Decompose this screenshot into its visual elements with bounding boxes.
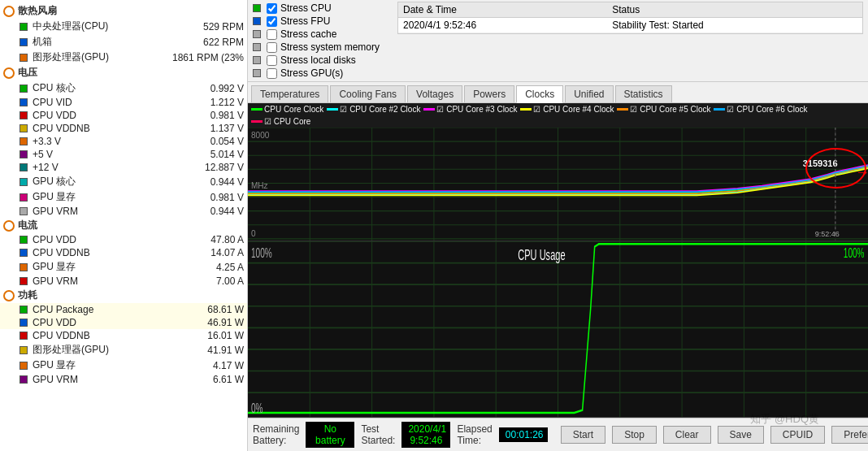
legend-color-core6 [714,108,725,111]
stress-memory-label: Stress system memory [280,41,380,53]
section-icon [3,6,15,17]
elapsed-label: Elapsed Time: [457,423,492,446]
sensor-cpu-vddnb: CPU VDDNB 1.137 V [0,122,247,135]
section-title-fans: 散热风扇 [18,4,57,18]
stress-gpu-row: Stress GPU(s) [253,67,391,80]
tab-statistics[interactable]: Statistics [615,85,672,102]
clear-button[interactable]: Clear [663,426,711,444]
sensor-gpu-w: 图形处理器(GPU) 41.91 W [0,342,247,358]
stress-disk-checkbox[interactable] [267,55,277,66]
stability-datetime: 2020/4/1 9:52:46 [398,18,607,33]
legend-label-core1: CPU Core Clock [264,105,323,114]
svg-text:9:52:46: 9:52:46 [815,229,840,237]
legend-label-core7: ☑ CPU Core [264,117,310,126]
stability-table: Date & Time Status 2020/4/1 9:52:46 Stab… [397,2,863,34]
legend-core7: ☑ CPU Core [251,117,310,126]
stress-gpu-checkbox[interactable] [267,68,277,79]
sensor-cpu-vddnb-a: CPU VDDNB 14.07 A [0,246,247,259]
cpuid-button[interactable]: CPUID [770,426,825,444]
save-button[interactable]: Save [718,426,764,444]
sensor-cpu-vdd-a: CPU VDD 47.80 A [0,233,247,246]
stress-memory-row: Stress system memory [253,41,391,54]
test-started-label: Test Started: [361,423,395,446]
stability-status: Stability Test: Started [607,18,862,33]
stress-cache-label: Stress cache [280,28,336,40]
svg-text:100%: 100% [251,245,272,260]
legend-core3: ☑ CPU Core #3 Clock [423,105,517,114]
stop-button[interactable]: Stop [612,426,657,444]
start-button[interactable]: Start [561,426,605,444]
stress-cache-row: Stress cache [253,28,391,41]
sensor-row-cpu-fan: 中央处理器(CPU) 529 RPM [0,19,247,34]
battery-label: Remaining Battery: [253,423,299,446]
elapsed-value: 00:01:26 [499,427,548,442]
tab-unified[interactable]: Unified [565,85,613,102]
stress-fpu-checkbox[interactable] [267,16,277,27]
left-panel: 散热风扇 中央处理器(CPU) 529 RPM 机箱 622 RPM 图形处理器… [0,0,248,451]
stress-gpu-label: Stress GPU(s) [280,67,343,79]
legend-core2: ☑ CPU Core #2 Clock [327,105,420,114]
usage-chart-svg: CPU Usage 100% 0% 100% [248,241,868,417]
legend-core1: CPU Core Clock [251,105,323,114]
stability-row: 2020/4/1 9:52:46 Stability Test: Started [398,18,862,33]
sensor-12v: +12 V 12.887 V [0,161,247,174]
sensor-gpu-mem-w: GPU 显存 4.17 W [0,358,247,373]
sensor-icon [18,23,29,31]
preferences-button[interactable]: Preferences [831,426,868,444]
tab-temperatures[interactable]: Temperatures [251,85,328,102]
usage-chart: CPU Usage 100% 0% 100% [248,241,868,418]
clock-chart-svg: 8000 MHz 0 9:52:46 3159316 [248,128,868,241]
charts-area: CPU Core Clock ☑ CPU Core #2 Clock ☑ CPU… [248,103,868,418]
svg-text:100%: 100% [844,245,865,260]
section-icon [3,67,15,79]
svg-text:CPU Usage: CPU Usage [518,246,565,263]
right-panel: Stress CPU Stress FPU Stress cache Stres… [248,0,868,451]
test-started-value: 2020/4/1 9:52:46 [401,422,450,448]
sensor-icon [18,54,29,62]
sensor-cpu-vdd-w: CPU VDD 46.91 W [0,316,247,329]
tab-cooling-fans[interactable]: Cooling Fans [330,85,406,102]
stability-col-status: Status [607,2,862,18]
svg-text:3159316: 3159316 [803,158,838,168]
legend-core6: ☑ CPU Core #6 Clock [714,105,807,114]
sensor-gpu-mem-v: GPU 显存 0.981 V [0,189,247,205]
legend-core4: ☑ CPU Core #4 Clock [520,105,614,114]
section-title-power: 功耗 [18,288,37,302]
sensor-icon [18,38,29,46]
section-current: 电流 [0,218,247,233]
sensor-cpu-vddnb-w: CPU VDDNB 16.01 W [0,329,247,342]
svg-text:0: 0 [251,228,256,237]
section-title-current: 电流 [18,219,37,232]
section-fans: 散热风扇 [0,3,247,19]
bottom-bar: Remaining Battery: No battery Test Start… [248,418,868,451]
legend-color-core3 [423,108,435,111]
sensor-gpu-core-v: GPU 核心 0.944 V [0,174,247,189]
tab-voltages[interactable]: Voltages [407,85,462,102]
stress-cpu-label: Stress CPU [280,2,332,14]
stress-cpu-row: Stress CPU [253,2,391,15]
stress-cpu-checkbox[interactable] [267,3,277,14]
svg-text:MHz: MHz [251,181,268,190]
stress-memory-checkbox[interactable] [267,42,277,53]
legend-color-core1 [251,108,263,111]
sensor-gpu-vrm-a: GPU VRM 7.00 A [0,275,247,288]
section-icon [3,290,15,301]
sensor-5v: +5 V 5.014 V [0,148,247,161]
legend-color-core4 [520,108,532,111]
svg-text:8000: 8000 [251,131,270,140]
clock-legend: CPU Core Clock ☑ CPU Core #2 Clock ☑ CPU… [248,103,868,128]
legend-core5: ☑ CPU Core #5 Clock [617,105,710,114]
legend-color-core7 [251,120,263,123]
stress-section: Stress CPU Stress FPU Stress cache Stres… [248,0,868,82]
sensor-row-chassis-fan: 机箱 622 RPM [0,34,247,50]
stress-fpu-row: Stress FPU [253,15,391,28]
stress-fpu-label: Stress FPU [280,15,330,27]
sensor-gpu-vrm-v: GPU VRM 0.944 V [0,205,247,218]
section-icon [3,220,15,232]
tab-powers[interactable]: Powers [464,85,514,102]
tab-clocks[interactable]: Clocks [516,85,563,103]
section-power: 功耗 [0,288,247,303]
stress-cache-checkbox[interactable] [267,29,277,40]
section-voltage: 电压 [0,65,247,80]
legend-label-core3: ☑ CPU Core #3 Clock [436,105,517,114]
